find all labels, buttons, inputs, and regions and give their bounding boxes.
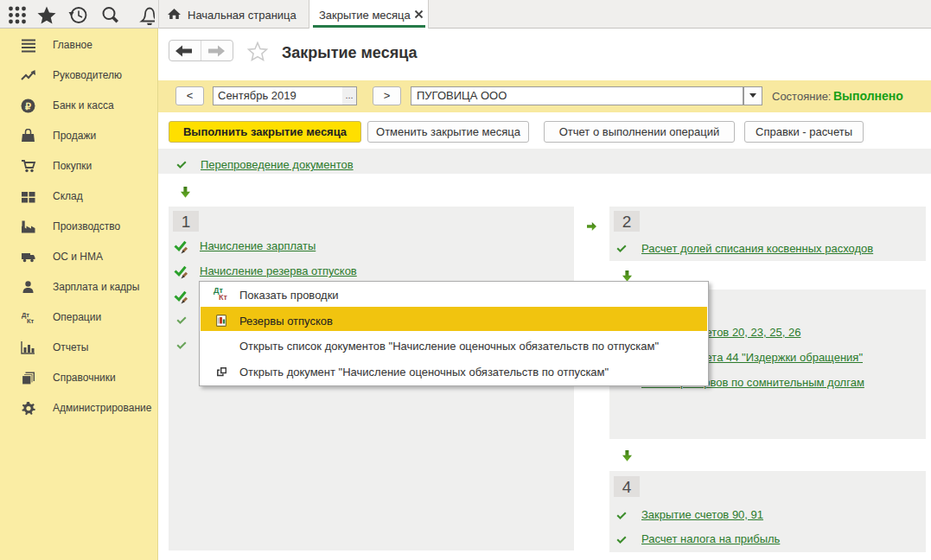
- svg-text:₽: ₽: [25, 101, 31, 111]
- svg-text:Кт: Кт: [27, 317, 35, 325]
